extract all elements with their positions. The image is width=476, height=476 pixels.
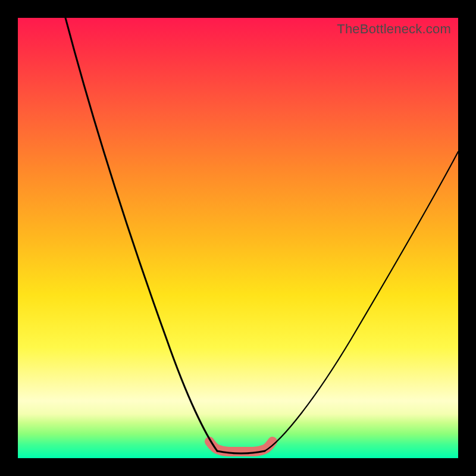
highlight-segment bbox=[209, 441, 273, 452]
plot-area: TheBottleneck.com bbox=[18, 18, 458, 458]
curve-layer bbox=[18, 18, 458, 458]
chart-frame: TheBottleneck.com bbox=[0, 0, 476, 476]
right-curve bbox=[265, 152, 458, 451]
left-curve bbox=[65, 18, 217, 451]
